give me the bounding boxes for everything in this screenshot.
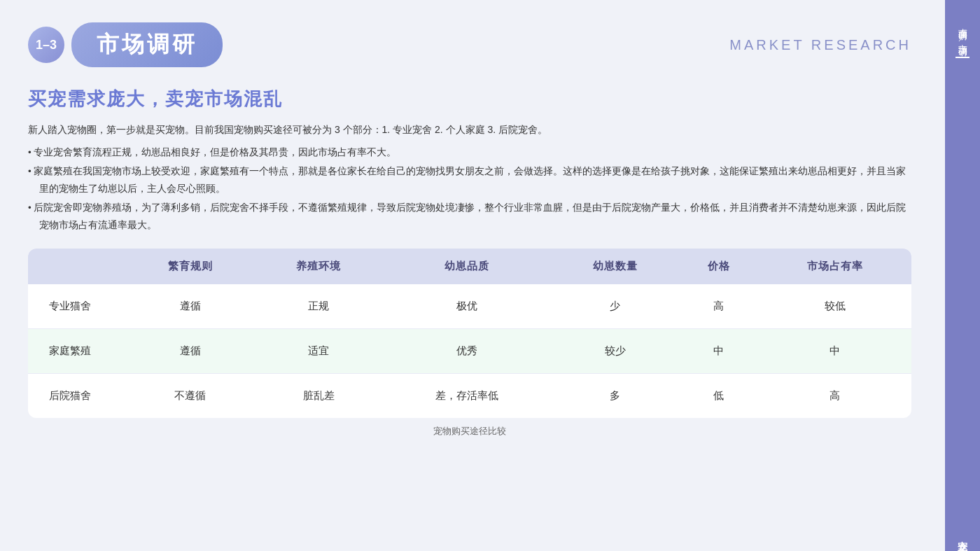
col-header-quality: 幼崽品质 (383, 249, 551, 284)
intro-text: 新人踏入宠物圈，第一步就是买宠物。目前我国宠物购买途径可被分为 3 个部分：1.… (28, 121, 911, 139)
table-row: 后院猫舍 不遵循 脏乱差 差，存活率低 多 低 高 (28, 374, 911, 419)
table-header-row: 繁育规则 养殖环境 幼崽品质 幼崽数量 价格 市场占有率 (28, 249, 911, 284)
col-header-price: 价格 (679, 249, 759, 284)
col-header-name (28, 249, 126, 284)
row-3-col1: 不遵循 (126, 374, 254, 419)
row-2-col6: 中 (759, 329, 911, 374)
row-1-col1: 遵循 (126, 284, 254, 329)
row-2-name: 家庭繁殖 (28, 329, 126, 374)
row-1-col5: 高 (679, 284, 759, 329)
row-2-col3: 优秀 (383, 329, 551, 374)
table-row: 家庭繁殖 遵循 适宜 优秀 较少 中 中 (28, 329, 911, 374)
bullet-item-2: • 家庭繁殖在我国宠物市场上较受欢迎，家庭繁殖有一个特点，那就是各位家长在给自己… (28, 163, 911, 198)
table-caption: 宠物购买途径比较 (28, 425, 911, 440)
row-3-name: 后院猫舍 (28, 374, 126, 419)
sidebar-brand: 宠幸 (956, 533, 969, 537)
row-2-col5: 中 (679, 329, 759, 374)
row-1-col2: 正规 (254, 284, 382, 329)
row-3-col6: 高 (759, 374, 911, 419)
row-1-col6: 较低 (759, 284, 911, 329)
row-2-col2: 适宜 (254, 329, 382, 374)
main-content: 1–3 市场调研 MARKET RESEARCH 买宠需求庞大，卖宠市场混乱 新… (0, 0, 945, 551)
section-heading: 买宠需求庞大，卖宠市场混乱 (28, 87, 911, 111)
row-1-col3: 极优 (383, 284, 551, 329)
row-1-name: 专业猫舍 (28, 284, 126, 329)
col-header-breeding: 繁育规则 (126, 249, 254, 284)
slide-number-badge: 1–3 (28, 27, 64, 63)
comparison-table: 繁育规则 养殖环境 幼崽品质 幼崽数量 价格 市场占有率 专业猫舍 遵循 正规 … (28, 249, 911, 418)
table-row: 专业猫舍 遵循 正规 极优 少 高 较低 (28, 284, 911, 329)
row-3-col4: 多 (551, 374, 679, 419)
bullet-list: • 专业宠舍繁育流程正规，幼崽品相良好，但是价格及其昂贵，因此市场占有率不大。 … (28, 144, 911, 235)
market-research-label: MARKET RESEARCH (729, 37, 911, 53)
row-3-col2: 脏乱差 (254, 374, 382, 419)
col-header-market-share: 市场占有率 (759, 249, 911, 284)
bullet-item-1: • 专业宠舍繁育流程正规，幼崽品相良好，但是价格及其昂贵，因此市场占有率不大。 (28, 144, 911, 162)
row-1-col4: 少 (551, 284, 679, 329)
row-2-col4: 较少 (551, 329, 679, 374)
right-sidebar: 桌面调研／市场调研 宠幸 (945, 0, 980, 551)
sidebar-divider (955, 57, 969, 58)
header: 1–3 市场调研 MARKET RESEARCH (28, 22, 911, 67)
col-header-quantity: 幼崽数量 (551, 249, 679, 284)
row-3-col3: 差，存活率低 (383, 374, 551, 419)
bullet-item-3: • 后院宠舍即宠物养殖场，为了薄利多销，后院宠舍不择手段，不遵循繁殖规律，导致后… (28, 200, 911, 235)
row-3-col5: 低 (679, 374, 759, 419)
comparison-table-container: 繁育规则 养殖环境 幼崽品质 幼崽数量 价格 市场占有率 专业猫舍 遵循 正规 … (28, 249, 911, 418)
row-2-col1: 遵循 (126, 329, 254, 374)
sidebar-top-text: 桌面调研／市场调研 (955, 21, 970, 43)
page-title: 市场调研 (71, 22, 223, 67)
col-header-environment: 养殖环境 (254, 249, 382, 284)
